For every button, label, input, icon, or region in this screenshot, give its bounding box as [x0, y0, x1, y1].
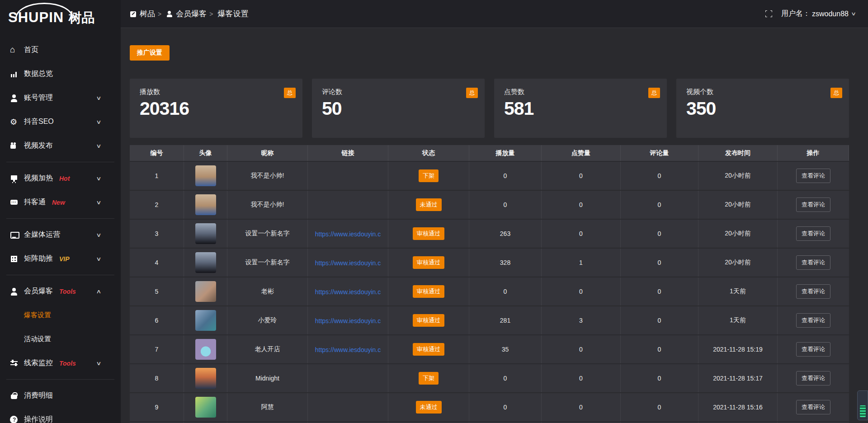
view-comments-button[interactable]: 查看评论 — [796, 169, 830, 183]
status-badge[interactable]: 审核通过 — [413, 343, 444, 356]
cell-action: 查看评论 — [778, 277, 849, 306]
cell-avatar — [184, 306, 227, 334]
sidebar-item[interactable]: 账号管理 ∨ — [0, 86, 121, 110]
sidebar-item-icon — [10, 359, 18, 367]
status-badge[interactable]: 审核通过 — [413, 256, 444, 269]
cell-avatar — [184, 277, 227, 306]
avatar[interactable] — [195, 310, 216, 331]
status-badge[interactable]: 未通过 — [416, 401, 442, 414]
avatar[interactable] — [195, 165, 216, 186]
sidebar-item[interactable]: 矩阵助推 VIP ∨ — [0, 247, 121, 271]
cell-time: 1天前 — [698, 277, 778, 306]
records-table-wrap: 编号 头像 昵称 链接 状态 播放量 点赞量 评论量 — [130, 144, 849, 423]
cell-comments: 0 — [621, 277, 698, 306]
sidebar-item[interactable]: 消费明细 — [0, 384, 121, 408]
video-link[interactable]: https://www.iesdouyin.c — [315, 317, 381, 324]
status-badge[interactable]: 审核通过 — [413, 285, 444, 298]
app-logo[interactable]: SHUPIN 树品 — [0, 0, 121, 32]
sidebar-item[interactable]: 抖客通 New ∨ — [0, 190, 121, 214]
fullscreen-icon[interactable] — [765, 10, 772, 17]
sidebar-item[interactable]: 数据总览 — [0, 62, 121, 86]
top-bar: 树品 > 会员爆客 > 爆客设置 用户名： zswodun88 ∨ — [121, 0, 868, 28]
video-link[interactable]: https://www.iesdouyin.c — [315, 288, 381, 296]
breadcrumb-icon — [166, 10, 173, 18]
cell-status: 审核通过 — [388, 335, 469, 363]
user-menu[interactable]: 用户名： zswodun88 ∨ — [781, 9, 855, 19]
avatar[interactable] — [195, 281, 216, 302]
sidebar-item[interactable]: 抖音SEO ∨ — [0, 110, 121, 134]
promo-settings-button[interactable]: 推广设置 — [130, 45, 170, 61]
view-comments-button[interactable]: 查看评论 — [796, 342, 830, 357]
username-label: 用户名： — [781, 9, 810, 19]
sidebar-item[interactable]: 全媒体运营 ∨ — [0, 223, 121, 247]
cell-time: 2021-11-28 15:19 — [698, 335, 778, 363]
sidebar-item-icon — [10, 198, 18, 207]
cell-status: 未通过 — [388, 191, 469, 219]
video-link[interactable]: https://www.iesdouyin.c — [315, 230, 381, 238]
status-badge[interactable]: 未通过 — [416, 198, 442, 211]
sidebar-item-icon — [10, 231, 18, 239]
avatar[interactable] — [195, 397, 216, 418]
sidebar-item[interactable]: 活动设置 — [0, 327, 121, 351]
view-comments-button[interactable]: 查看评论 — [796, 400, 830, 414]
cell-link — [308, 191, 388, 219]
column-header: 状态 — [388, 145, 469, 161]
table-row: 7 老人开店 https://www.iesdouyin.c 审核通过 35 0 — [130, 335, 849, 363]
sidebar-item[interactable]: 会员爆客 Tools ∧ — [0, 279, 121, 303]
cell-avatar — [184, 191, 227, 219]
avatar[interactable] — [195, 339, 216, 360]
cell-avatar — [184, 249, 227, 277]
cell-status: 审核通过 — [388, 249, 469, 277]
breadcrumb-item[interactable]: 会员爆客 > — [166, 9, 213, 19]
sidebar-item[interactable]: 爆客设置 — [0, 303, 121, 327]
cell-link: https://www.iesdouyin.c — [308, 277, 388, 306]
breadcrumb-item[interactable]: 爆客设置 — [217, 9, 251, 19]
cell-id: 4 — [130, 249, 184, 277]
cell-avatar — [184, 220, 227, 248]
cell-id: 6 — [130, 306, 184, 334]
cell-likes: 1 — [542, 249, 621, 277]
sidebar-item[interactable]: 线索监控 Tools ∨ — [0, 351, 121, 375]
cell-avatar — [184, 364, 227, 392]
total-badge: 总 — [648, 88, 660, 98]
status-badge[interactable]: 下架 — [419, 372, 439, 385]
breadcrumb-label: 树品 — [140, 9, 155, 19]
status-badge[interactable]: 下架 — [419, 169, 439, 182]
video-link[interactable]: https://www.iesdouyin.c — [315, 346, 381, 353]
view-comments-button[interactable]: 查看评论 — [796, 284, 830, 299]
column-header: 播放量 — [469, 145, 542, 161]
sidebar-item-label: 矩阵助推 — [24, 254, 53, 263]
sidebar-item[interactable]: 首页 — [0, 38, 121, 62]
video-link[interactable]: https://www.iesdouyin.c — [315, 259, 381, 267]
sidebar-item-icon — [10, 311, 18, 320]
sidebar-item[interactable]: 操作说明 — [0, 408, 121, 423]
sidebar-item[interactable]: 视频发布 ∨ — [0, 134, 121, 158]
cell-avatar — [184, 393, 227, 421]
stat-card-label: 视频个数 — [686, 88, 839, 96]
status-badge[interactable]: 审核通过 — [413, 227, 444, 240]
sidebar-item-icon — [10, 70, 18, 78]
status-badge[interactable]: 审核通过 — [413, 314, 444, 327]
stat-card: 视频个数 350 总 — [676, 79, 849, 138]
cell-id: 3 — [130, 220, 184, 248]
avatar[interactable] — [195, 252, 216, 273]
avatar[interactable] — [195, 223, 216, 244]
view-comments-button[interactable]: 查看评论 — [796, 226, 830, 241]
sidebar-item-block: 首页 — [0, 38, 121, 62]
sidebar-item-tag: Tools — [59, 288, 76, 295]
sidebar-item-block: 爆客设置 — [0, 303, 121, 327]
view-comments-button[interactable]: 查看评论 — [796, 371, 830, 385]
avatar[interactable] — [195, 368, 216, 389]
cell-action: 查看评论 — [778, 364, 849, 392]
view-comments-button[interactable]: 查看评论 — [796, 313, 830, 328]
avatar[interactable] — [195, 194, 216, 215]
breadcrumb-separator: > — [209, 10, 213, 18]
breadcrumb-item[interactable]: 树品 > — [130, 9, 161, 19]
sidebar-item[interactable]: 视频加热 Hot ∨ — [0, 166, 121, 190]
sidebar-item-block: 账号管理 ∨ — [0, 86, 121, 110]
cell-link: https://www.iesdouyin.c — [308, 220, 388, 248]
sidebar-item-label: 操作说明 — [24, 415, 53, 423]
view-comments-button[interactable]: 查看评论 — [796, 255, 830, 270]
view-comments-button[interactable]: 查看评论 — [796, 197, 830, 212]
floating-widget[interactable] — [857, 390, 868, 420]
